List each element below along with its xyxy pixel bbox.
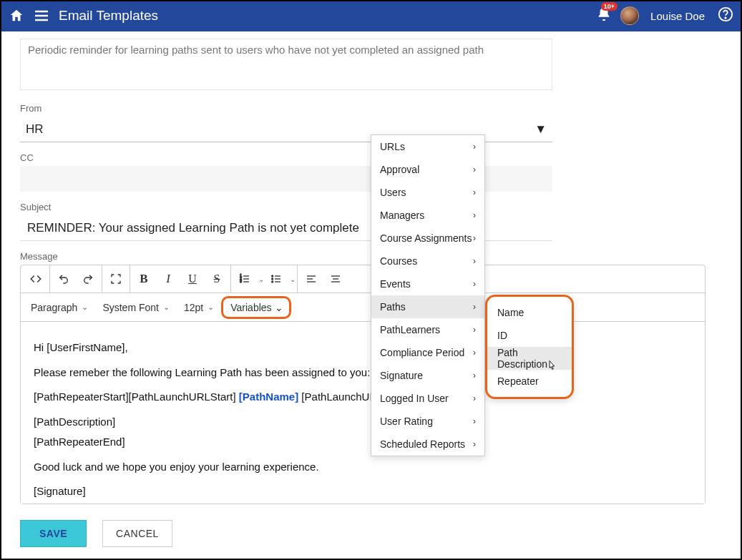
variables-menu-item[interactable]: Scheduled Reports›	[371, 433, 484, 456]
align-center-button[interactable]	[323, 267, 348, 290]
variables-menu-item[interactable]: Users›	[371, 181, 484, 204]
chevron-down-icon: ⌄	[208, 303, 214, 312]
editor-body[interactable]: Hi [UserFirstName], Please remeber the f…	[21, 322, 705, 503]
italic-button[interactable]: I	[156, 267, 180, 290]
chevron-down-icon: ⌄	[82, 303, 88, 312]
save-button[interactable]: SAVE	[20, 520, 87, 547]
chevron-right-icon: ›	[473, 256, 476, 266]
block-format-select[interactable]: Paragraph ⌄	[24, 293, 95, 321]
svg-text:3: 3	[240, 280, 242, 283]
variables-menu-item[interactable]: URLs›	[371, 135, 484, 158]
menu-item-label: Courses	[380, 255, 417, 267]
svg-point-16	[272, 281, 273, 283]
variables-submenu-item[interactable]: Repeater	[487, 370, 572, 393]
svg-point-4	[725, 17, 726, 18]
chevron-right-icon: ›	[473, 370, 476, 380]
chevron-down-icon: ⌄	[275, 302, 283, 313]
description-textarea[interactable]: Periodic reminder for learning paths sen…	[20, 39, 552, 90]
block-format-value: Paragraph	[31, 302, 77, 313]
help-icon[interactable]	[718, 6, 733, 25]
chevron-right-icon: ›	[473, 164, 476, 175]
strikethrough-button[interactable]: S	[205, 267, 229, 290]
variables-menu-item[interactable]: PathLearners›	[371, 318, 484, 341]
from-label: From	[20, 103, 722, 114]
menu-item-label: Approval	[380, 164, 419, 175]
chevron-right-icon: ›	[473, 439, 476, 449]
chevron-right-icon: ›	[473, 210, 476, 220]
font-family-select[interactable]: System Font ⌄	[95, 293, 177, 321]
body-line: Good luck and we hope you enjoy your lea…	[34, 457, 692, 478]
button-row: SAVE CANCEL	[20, 520, 722, 547]
variables-menu-item[interactable]: Managers›	[371, 204, 484, 227]
align-left-button[interactable]	[299, 267, 323, 290]
menu-item-label: Compliance Period	[380, 347, 464, 358]
undo-button[interactable]	[52, 267, 76, 290]
variables-menu-item[interactable]: Approval›	[371, 158, 484, 181]
numbered-list-caret[interactable]: ⌄	[258, 275, 264, 283]
menu-item-label: Users	[380, 187, 406, 198]
menu-item-label: Signature	[380, 370, 423, 381]
svg-point-14	[272, 275, 273, 277]
menu-item-label: Managers	[380, 210, 424, 221]
variables-submenu-item[interactable]: Path Description	[487, 347, 572, 370]
topbar: Email Templates 10+ Louise Doe	[0, 0, 742, 31]
menu-item-label: PathLearners	[380, 324, 440, 335]
hamburger-icon[interactable]	[33, 7, 50, 24]
chevron-right-icon: ›	[473, 142, 476, 152]
chevron-right-icon: ›	[473, 393, 476, 403]
submenu-item-label: Path Description	[497, 347, 562, 370]
home-icon[interactable]	[9, 8, 24, 24]
variables-submenu-item[interactable]: ID	[487, 324, 572, 347]
variables-menu-item[interactable]: Course Assignments›	[371, 227, 484, 250]
variables-menu[interactable]: URLs›Approval›Users›Managers›Course Assi…	[371, 134, 485, 456]
variables-menu-item[interactable]: Logged In User›	[371, 387, 484, 410]
variables-label: Variables	[230, 302, 271, 313]
body-line: [PathRepeaterStart][PathLaunchURLStart] …	[34, 387, 692, 408]
menu-item-label: User Rating	[380, 416, 433, 427]
variables-menu-item[interactable]: Events›	[371, 272, 484, 295]
variables-menu-item[interactable]: Signature›	[371, 364, 484, 387]
svg-point-15	[272, 278, 273, 280]
numbered-list-button[interactable]: 123	[233, 267, 257, 290]
chevron-right-icon: ›	[473, 302, 476, 312]
cancel-button[interactable]: CANCEL	[102, 520, 172, 547]
menu-item-label: Paths	[380, 301, 406, 313]
submenu-item-label: Name	[497, 307, 524, 318]
bullet-list-button[interactable]	[264, 267, 288, 290]
chevron-right-icon: ›	[473, 416, 476, 426]
variables-dropdown-button[interactable]: Variables ⌄	[221, 296, 291, 319]
bold-button[interactable]: B	[132, 267, 156, 290]
menu-item-label: URLs	[380, 141, 405, 152]
variables-submenu-item[interactable]: Name	[487, 301, 572, 324]
from-value: HR	[26, 122, 44, 137]
bullet-list-caret[interactable]: ⌄	[290, 275, 296, 283]
variables-menu-item[interactable]: User Rating›	[371, 410, 484, 433]
notifications-button[interactable]: 10+	[596, 6, 612, 25]
variables-menu-item[interactable]: Courses›	[371, 250, 484, 272]
caret-down-icon: ▼	[534, 122, 547, 137]
source-code-button[interactable]	[24, 267, 48, 290]
font-size-select[interactable]: 12pt ⌄	[177, 293, 221, 321]
body-line: Please remeber the following Learning Pa…	[34, 363, 692, 383]
chevron-right-icon: ›	[473, 279, 476, 289]
variables-submenu-paths[interactable]: NameIDPath DescriptionRepeater	[485, 295, 574, 399]
body-line: [PathRepeaterEnd]	[34, 432, 692, 453]
chevron-right-icon: ›	[473, 348, 476, 358]
variables-menu-item[interactable]: Paths›	[371, 295, 484, 318]
body-line: Hi [UserFirstName],	[34, 338, 692, 358]
font-size-value: 12pt	[184, 302, 203, 313]
variables-menu-item[interactable]: Compliance Period›	[371, 341, 484, 364]
editor: B I U S 123 ⌄ ⌄	[20, 265, 706, 504]
fullscreen-button[interactable]	[104, 267, 128, 290]
font-family-value: System Font	[102, 302, 159, 313]
redo-button[interactable]	[76, 267, 100, 290]
avatar[interactable]	[620, 6, 639, 25]
menu-item-label: Logged In User	[380, 393, 449, 404]
editor-toolbar-2: Paragraph ⌄ System Font ⌄ 12pt ⌄ Variabl…	[21, 293, 705, 322]
chevron-right-icon: ›	[473, 187, 476, 197]
chevron-right-icon: ›	[473, 233, 476, 243]
underline-button[interactable]: U	[180, 267, 205, 290]
editor-toolbar-1: B I U S 123 ⌄ ⌄	[21, 265, 705, 293]
username-label: Louise Doe	[650, 10, 705, 22]
menu-item-label: Events	[380, 278, 411, 290]
